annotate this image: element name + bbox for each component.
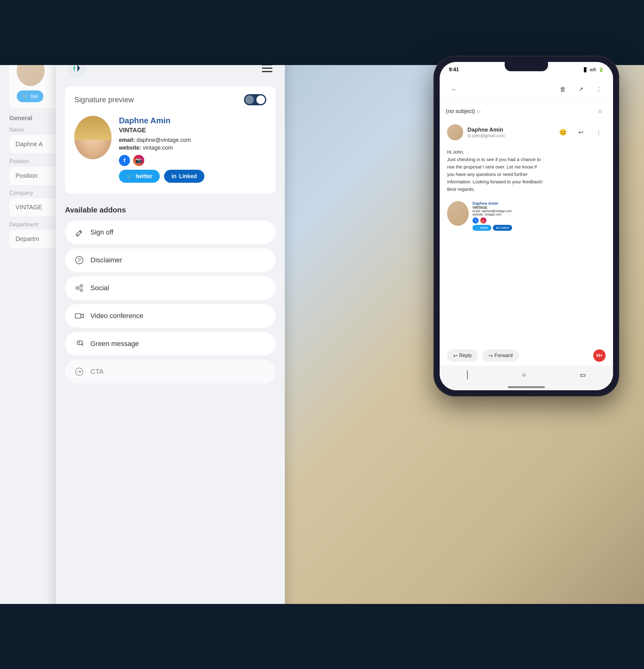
avatar-hair (74, 116, 112, 140)
phone-sender-name: Daphne Amin (468, 127, 552, 133)
addon-item-video-conference[interactable]: Video conference (65, 304, 275, 328)
ig-letter: 📷 (135, 157, 142, 164)
svg-line-11 (78, 289, 80, 289)
avatar-face (74, 116, 112, 159)
phone-subject-row: (no subject) ▷ ☆ (440, 101, 613, 121)
phone-sig-website: website: vintage.com (472, 213, 512, 216)
svg-point-6 (75, 256, 83, 264)
sign-off-icon (74, 227, 85, 238)
phone-delete-button[interactable]: 🗑 (556, 82, 570, 96)
fg-addons-title: Available addons (65, 206, 275, 214)
video-conference-label: Video conference (90, 312, 143, 320)
phone-emoji-button[interactable]: 😊 (556, 126, 570, 139)
phone-email-header: ← 🗑 ↗ ⋮ (440, 77, 613, 101)
badge-count: 99+ (596, 353, 602, 358)
phone-header-actions: 🗑 ↗ ⋮ (556, 82, 606, 96)
phone-subject-text: (no subject) (446, 108, 475, 115)
cta-icon (74, 366, 85, 377)
forward-label: Forward (495, 353, 513, 358)
addon-item-green-message[interactable]: Green message (65, 332, 275, 356)
phone-sig-name: Daphne Amin (472, 201, 512, 206)
phone-grip-bar (467, 370, 468, 380)
linkedin-in-icon: in (172, 173, 176, 180)
phone-sig-linkedin-button[interactable]: in Linked (493, 225, 512, 231)
phone-star-button[interactable]: ☆ (593, 104, 607, 118)
addon-item-sign-off[interactable]: Sign off (65, 220, 275, 244)
fg-sig-avatar (74, 116, 112, 159)
phone-recents-button[interactable]: ▭ (580, 371, 586, 379)
phone-frame: 9:41 ▊ wifi 🔋 ← 🗑 ↗ ⋮ (no subject) (433, 56, 619, 396)
disclaimer-icon (74, 255, 85, 266)
phone-fb-icon: f (472, 217, 479, 224)
fg-social-buttons-row: 🐦 twitter in Linked (119, 170, 266, 183)
phone-signature: Daphne Amin VINTAGE email: daphne@vintag… (447, 198, 606, 234)
fg-website-label: website: (119, 145, 141, 151)
bg-twitter-button: 🐦 twi (17, 90, 43, 102)
disclaimer-label: Disclaimer (90, 256, 122, 264)
phone-twitter-icon: 🐦 (475, 226, 479, 229)
phone-home-bar-indicator (508, 386, 545, 388)
phone-home-button[interactable]: ○ (522, 371, 526, 379)
facebook-icon[interactable]: f (119, 155, 130, 166)
green-message-label: Green message (90, 340, 139, 348)
phone-home-indicator (440, 384, 613, 390)
fg-linkedin-button[interactable]: in Linked (164, 170, 204, 183)
phone-ig-icon: ◎ (480, 217, 486, 224)
phone-subject-arrow: ▷ (477, 109, 481, 114)
svg-point-9 (80, 289, 83, 291)
fg-toggle-switch[interactable] (244, 94, 266, 105)
phone-sender-info: Daphne Amin to john@gmail.com (468, 127, 552, 138)
addon-item-social[interactable]: Social (65, 276, 275, 300)
social-icon (74, 283, 85, 294)
addon-item-cta[interactable]: CTA (65, 360, 275, 383)
phone-sig-company: VINTAGE (472, 206, 512, 209)
phone-sig-buttons: 🐦 twitter in Linked (472, 225, 512, 231)
bg-twitter-label: twi (31, 93, 38, 100)
fg-hamburger-menu[interactable] (262, 64, 272, 72)
addon-item-disclaimer[interactable]: Disclaimer (65, 248, 275, 272)
phone-time: 9:41 (449, 67, 459, 72)
phone-sig-email: email: daphne@vintage.com (472, 209, 512, 213)
phone-sender-avatar (447, 124, 463, 140)
fg-addons-section: Available addons Sign off Disclaimer (56, 199, 285, 394)
phone-more-msg-button[interactable]: ⋮ (592, 126, 606, 139)
svg-rect-12 (75, 314, 81, 318)
forward-icon: ↪ (489, 353, 492, 359)
fg-website-value: vintage.com (143, 145, 173, 151)
phone-sig-twitter-button[interactable]: 🐦 twitter (472, 225, 491, 231)
fg-sig-email: email: daphne@vintage.com (119, 137, 266, 143)
foreground-app-panel: Signature preview Daphne Amin VINTAGE em… (56, 49, 285, 669)
fg-sig-company: VINTAGE (119, 127, 266, 134)
dark-top-bar (0, 0, 644, 65)
phone-sender-email: to john@gmail.com (468, 133, 552, 138)
fg-sig-name: Daphne Amin (119, 116, 266, 126)
phone-subject-actions: ☆ (593, 104, 607, 118)
phone-email-text: Hi John, Just checking in to see if you … (447, 148, 606, 193)
phone-share-button[interactable]: ↗ (574, 82, 588, 96)
phone-notch (505, 62, 548, 71)
fg-twitter-button[interactable]: 🐦 twitter (119, 170, 160, 183)
phone-email-body: Hi John, Just checking in to see if you … (440, 143, 613, 346)
reply-icon: ↩ (453, 353, 457, 359)
fg-sig-info: Daphne Amin VINTAGE email: daphne@vintag… (119, 116, 266, 183)
phone-reply-button[interactable]: ↩ Reply (447, 350, 478, 362)
fg-sig-preview-header: Signature preview (74, 94, 266, 105)
fg-email-label: email: (119, 137, 135, 143)
svg-line-10 (78, 286, 80, 287)
instagram-icon[interactable]: 📷 (133, 155, 144, 166)
phone-back-button[interactable]: ← (447, 82, 461, 96)
phone-more-button[interactable]: ⋮ (592, 82, 606, 96)
reply-label: Reply (459, 353, 472, 358)
fg-sig-preview-label: Signature preview (74, 95, 134, 104)
phone-forward-button[interactable]: ↪ Forward (482, 350, 519, 362)
phone-sig-social-icons: f ◎ (472, 217, 512, 224)
fg-signature-card: Daphne Amin VINTAGE email: daphne@vintag… (74, 113, 266, 186)
social-label: Social (90, 284, 109, 292)
phone-notification-badge: 99+ (593, 350, 606, 362)
fg-email-value: daphne@vintage.com (137, 137, 191, 143)
phone-reply-action-button[interactable]: ↩ (574, 126, 588, 139)
phone-screen: 9:41 ▊ wifi 🔋 ← 🗑 ↗ ⋮ (no subject) (440, 62, 613, 390)
svg-point-7 (76, 287, 78, 289)
twitter-bird-icon: 🐦 (126, 173, 133, 180)
green-message-icon (74, 338, 85, 350)
